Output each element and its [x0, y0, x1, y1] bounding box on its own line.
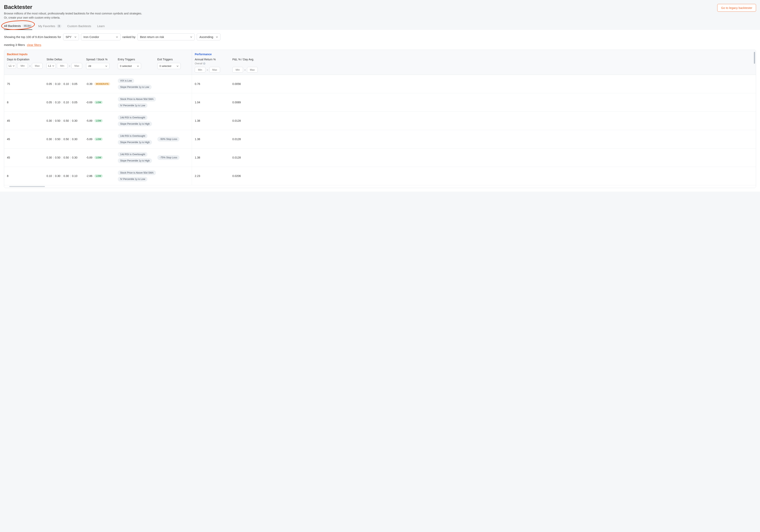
cell-annual-return: 1.04 — [195, 101, 232, 104]
order-value: Ascending — [199, 35, 213, 39]
cell-annual-return: 1.38 — [195, 119, 232, 122]
trigger-pill: 14d RSI is Overbought — [118, 134, 147, 138]
cell-strike-deltas: 0.10|0.30|0.30|0.10 — [47, 174, 86, 177]
spread-select[interactable]: All — [86, 63, 110, 69]
pnl-min-input[interactable] — [232, 67, 243, 73]
chevron-down-icon — [216, 36, 218, 38]
strategy-select[interactable]: Iron Condor — [81, 33, 120, 40]
ranked-label: ranked by — [122, 35, 136, 39]
group-title-performance: Performance — [195, 53, 753, 56]
spread-badge: LOW — [94, 174, 103, 177]
ranked-by-value: Best return on risk — [140, 35, 164, 39]
trigger-pill: -75% Stop Loss — [157, 155, 179, 160]
trigger-pill: Slope Percentile 1y is Low — [118, 85, 152, 89]
cell-entry-triggers: 14d RSI is OverboughtSlope Percentile 1y… — [118, 115, 157, 126]
ann-max-input[interactable] — [210, 67, 220, 73]
ranked-by-select[interactable]: Best return on risk — [137, 33, 195, 40]
dte-leg-select[interactable]: L1 — [7, 63, 16, 69]
order-select[interactable]: Ascending — [197, 33, 220, 40]
col-ann-sub: Overall i — [195, 62, 232, 65]
cell-entry-triggers: 14d RSI is OverboughtSlope Percentile 1y… — [118, 152, 157, 163]
cell-entry-triggers: Stock Price is Above 50d SMAIV Percentil… — [118, 170, 157, 181]
chevron-down-icon — [74, 36, 76, 38]
cell-entry-triggers: VIX is LowSlope Percentile 1y is Low — [118, 78, 157, 89]
cell-dte: 45 — [7, 138, 47, 141]
col-strike-label: Strike Deltas — [47, 58, 86, 61]
cell-dte: 45 — [7, 119, 47, 122]
meeting-text: meeting 3 filters — [4, 43, 25, 46]
cell-annual-return: 0.76 — [195, 82, 232, 85]
spread-badge: LOW — [94, 101, 103, 104]
cell-spread: -2.86LOW — [86, 174, 118, 177]
col-ann-sub-text: Overall — [195, 62, 202, 65]
tab-label: My Favorites — [38, 24, 55, 28]
trigger-pill: IV Percentile 1y is Low — [118, 103, 147, 108]
cell-pnl-per-day: 0.0206 — [232, 174, 260, 177]
ann-min-input[interactable] — [195, 67, 206, 73]
vertical-scrollbar[interactable] — [754, 52, 755, 64]
symbol-value: SPY — [66, 35, 71, 39]
cell-exit-triggers: -75% Stop Loss — [157, 155, 189, 160]
chevron-down-icon — [52, 65, 54, 67]
tab-label: All Backtests — [4, 24, 21, 27]
col-pnl-label: P&L % / Day Avg. — [232, 58, 260, 61]
exit-select[interactable]: 0 selected — [157, 63, 181, 69]
range-dash: – — [207, 68, 208, 72]
cell-pnl-per-day: 0.0128 — [232, 119, 260, 122]
symbol-select[interactable]: SPY — [63, 33, 79, 40]
cell-entry-triggers: 14d RSI is OverboughtSlope Percentile 1y… — [118, 134, 157, 145]
filter-row: Showing the top 100 of 9.81m backtests f… — [4, 33, 756, 40]
cell-spread: -5.89LOW — [86, 156, 118, 159]
col-spread-label: Spread / Stock % — [86, 58, 118, 61]
dte-max-input[interactable] — [32, 63, 43, 69]
range-dash: – — [244, 68, 246, 72]
trigger-pill: Stock Price is Above 50d SMA — [118, 170, 156, 175]
info-icon[interactable]: i — [203, 62, 206, 65]
table-row[interactable]: 750.05|0.10|0.10|0.05-0.39MODERATEVIX is… — [4, 75, 756, 93]
horizontal-scrollbar-track[interactable] — [4, 185, 756, 188]
table-body: 750.05|0.10|0.10|0.05-0.39MODERATEVIX is… — [4, 75, 756, 185]
pnl-max-input[interactable] — [247, 67, 258, 73]
strike-leg-select[interactable]: L1 — [47, 63, 56, 69]
strategy-value: Iron Condor — [83, 35, 99, 39]
entry-select[interactable]: 0 selected — [118, 63, 141, 69]
trigger-pill: IV Percentile 1y is Low — [118, 177, 147, 181]
tab-label: Custom Backtests — [67, 24, 91, 28]
cell-strike-deltas: 0.30|0.50|0.50|0.30 — [47, 138, 86, 141]
trigger-pill: Slope Percentile 1y is High — [118, 140, 152, 145]
tab-custom-backtests[interactable]: Custom Backtests — [67, 24, 91, 30]
cell-strike-deltas: 0.05|0.10|0.10|0.05 — [47, 101, 86, 104]
chevron-down-icon — [176, 65, 178, 67]
chevron-down-icon — [116, 36, 118, 38]
tab-learn[interactable]: Learn — [97, 24, 105, 30]
cell-dte: 75 — [7, 82, 47, 85]
spread-select-value: All — [88, 65, 91, 68]
table-row[interactable]: 450.30|0.50|0.50|0.30-5.89LOW14d RSI is … — [4, 130, 756, 148]
cell-annual-return: 1.38 — [195, 138, 232, 141]
cell-pnl-per-day: 0.0089 — [232, 101, 260, 104]
legacy-backtester-button[interactable]: Go to legacy backtester — [717, 4, 756, 12]
results-table: Backtest Inputs Days to Expiration L1 – — [4, 50, 756, 188]
tab-all-backtests[interactable]: All Backtests 65.8m — [4, 24, 32, 30]
subtitle-line-2: Or, create your own with custom entry cr… — [4, 16, 142, 20]
tab-badge: 65.8m — [23, 24, 32, 27]
strike-max-input[interactable] — [71, 63, 82, 69]
table-row[interactable]: 450.30|0.50|0.50|0.30-5.89LOW14d RSI is … — [4, 112, 756, 130]
tab-label: Learn — [97, 24, 105, 28]
cell-spread: -0.39MODERATE — [86, 82, 118, 85]
exit-select-value: 0 selected — [160, 65, 171, 68]
spread-badge: LOW — [94, 156, 103, 159]
trigger-pill: VIX is Low — [118, 78, 134, 83]
strike-min-input[interactable] — [57, 63, 68, 69]
horizontal-scrollbar-thumb[interactable] — [9, 186, 45, 187]
meeting-filters-row: meeting 3 filters clear filters — [4, 43, 756, 46]
col-entry-label: Entry Triggers — [118, 58, 157, 61]
cell-annual-return: 2.23 — [195, 174, 232, 177]
cell-pnl-per-day: 0.0128 — [232, 156, 260, 159]
clear-filters-link[interactable]: clear filters — [27, 43, 41, 46]
table-row[interactable]: 450.30|0.50|0.50|0.30-5.89LOW14d RSI is … — [4, 148, 756, 167]
tab-my-favorites[interactable]: My Favorites 3 — [38, 24, 61, 30]
table-row[interactable]: 80.10|0.30|0.30|0.10-2.86LOWStock Price … — [4, 167, 756, 185]
table-row[interactable]: 80.05|0.10|0.10|0.05-0.69LOWStock Price … — [4, 93, 756, 112]
dte-min-input[interactable] — [17, 63, 28, 69]
